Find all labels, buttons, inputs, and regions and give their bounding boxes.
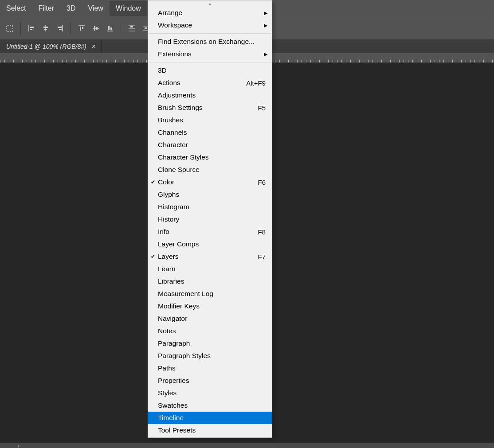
svg-rect-0 [7,25,13,31]
menu-item-notes[interactable]: Notes [148,325,272,337]
ruler-tick-minor [448,60,448,62]
align-center-v-icon[interactable] [89,21,103,35]
scroll-up-arrow-icon[interactable]: ▲ [148,0,272,7]
menu-item-shortcut: F7 [258,253,266,261]
separator [71,22,71,35]
menu-item-shortcut: F8 [258,228,266,236]
menu-item-paragraph-styles[interactable]: Paragraph Styles [148,350,272,362]
menu-item-clone-source[interactable]: Clone Source [148,164,272,176]
menu-item-tool-presets[interactable]: Tool Presets [148,424,272,436]
menu-item-actions[interactable]: ActionsAlt+F9 [148,77,272,89]
menu-item-libraries[interactable]: Libraries [148,275,272,288]
menu-item-brushes[interactable]: Brushes [148,114,272,126]
svg-rect-6 [44,29,47,30]
ruler-tick-minor [146,60,147,62]
ruler-tick-minor [137,60,138,62]
ruler-tick-minor [381,60,382,62]
menu-item-color[interactable]: ✔ColorF6 [148,176,272,188]
menu-item-paragraph[interactable]: Paragraph [148,337,272,350]
distribute-top-icon[interactable] [125,21,139,35]
ruler-tick-minor [435,60,435,62]
ruler-tick-minor [341,60,342,62]
align-center-h-icon[interactable] [39,21,53,35]
menu-item-3d[interactable]: 3D [148,64,272,77]
menu-window[interactable]: Window [110,1,147,16]
menu-item-channels[interactable]: Channels [148,126,272,139]
menu-item-timeline[interactable]: Timeline [148,412,272,424]
menu-item-label: Clone Source [158,166,266,174]
menu-item-navigator[interactable]: Navigator [148,312,272,325]
ruler-tick-minor [315,60,315,62]
menu-item-label: Arrange [158,9,266,17]
align-top-icon[interactable] [74,21,89,35]
align-left-icon[interactable] [24,21,39,35]
menu-item-styles[interactable]: Styles [148,387,272,399]
menu-item-glyphs[interactable]: Glyphs [148,188,272,201]
menu-select[interactable]: Select [0,1,32,16]
ruler-tick-minor [439,60,439,62]
menu-item-arrange[interactable]: Arrange▶ [148,7,272,19]
ruler-tick-minor [364,60,364,62]
menu-item-character-styles[interactable]: Character Styles [148,151,272,164]
menu-item-extensions[interactable]: Extensions▶ [148,48,272,60]
chevron-right-icon[interactable]: › [18,442,20,448]
menu-item-paths[interactable]: Paths [148,362,272,374]
ruler-tick-minor [53,60,54,62]
menu-item-histogram[interactable]: Histogram [148,201,272,213]
ruler-tick-minor [479,60,479,62]
ruler-tick-minor [426,60,426,62]
menu-item-label: Layer Comps [158,240,266,248]
menu-item-swatches[interactable]: Swatches [148,399,272,412]
ruler-tick-minor [4,60,5,62]
ruler-tick-minor [417,60,417,62]
menu-item-modifier-keys[interactable]: Modifier Keys [148,300,272,312]
align-right-icon[interactable] [53,21,67,35]
close-icon[interactable]: × [92,43,96,51]
menu-item-measurement-log[interactable]: Measurement Log [148,288,272,300]
menu-item-label: Character Styles [158,153,266,161]
menu-item-label: Timeline [158,414,266,422]
menu-item-properties[interactable]: Properties [148,374,272,387]
svg-rect-11 [80,27,81,31]
menu-item-history[interactable]: History [148,213,272,226]
ruler-tick-minor [35,60,36,62]
ruler-tick-minor [492,60,493,62]
ruler-tick-minor [22,60,23,62]
menu-filter[interactable]: Filter [32,1,60,16]
ruler-tick-minor [457,60,457,62]
menu-item-layers[interactable]: ✔LayersF7 [148,250,272,263]
ruler-tick-minor [98,60,98,62]
marquee-tool-icon[interactable] [3,21,17,35]
menu-item-label: Brushes [158,116,266,124]
ruler-tick-minor [483,60,484,62]
menu-item-shortcut: F6 [258,179,266,186]
menu-item-brush-settings[interactable]: Brush SettingsF5 [148,101,272,114]
menu-item-workspace[interactable]: Workspace▶ [148,19,272,31]
ruler-tick-minor [412,60,413,62]
menu-item-label: Paragraph Styles [158,352,266,360]
ruler-tick-minor [404,60,404,62]
menu-item-learn[interactable]: Learn [148,263,272,275]
menu-item-label: Learn [158,265,266,273]
align-bottom-icon[interactable] [103,21,117,35]
menu-item-find-extensions-on-exchange[interactable]: Find Extensions on Exchange... [148,35,272,48]
document-tab-title: Untitled-1 @ 100% (RGB/8#) [6,43,86,50]
ruler-tick-minor [399,60,400,62]
ruler-tick-minor [430,60,431,62]
ruler-tick-minor [75,60,76,62]
menu-view[interactable]: View [82,1,109,16]
menu-item-layer-comps[interactable]: Layer Comps [148,238,272,250]
ruler-tick-minor [102,60,102,62]
menu-item-info[interactable]: InfoF8 [148,226,272,238]
menu-separator [149,33,271,34]
ruler-tick-minor [58,60,58,62]
document-tab[interactable]: Untitled-1 @ 100% (RGB/8#) × [0,40,102,53]
menu-item-character[interactable]: Character [148,139,272,151]
menu-3d[interactable]: 3D [60,1,82,16]
menu-item-label: Paths [158,364,266,372]
menu-item-adjustments[interactable]: Adjustments [148,89,272,101]
ruler-tick-minor [324,60,324,62]
menu-item-label: Modifier Keys [158,302,266,310]
svg-rect-15 [96,27,98,30]
menu-item-label: 3D [158,66,266,74]
